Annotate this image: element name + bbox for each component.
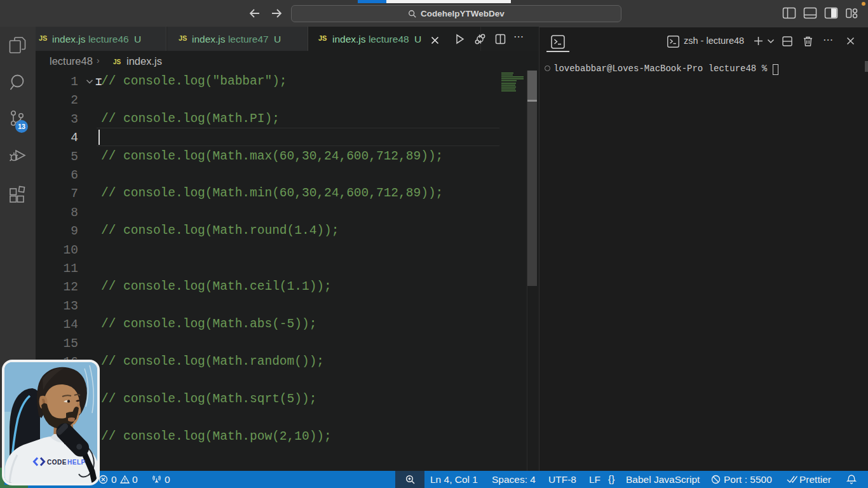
svg-text:HELP: HELP — [67, 459, 86, 466]
svg-text:CODE: CODE — [47, 459, 67, 466]
